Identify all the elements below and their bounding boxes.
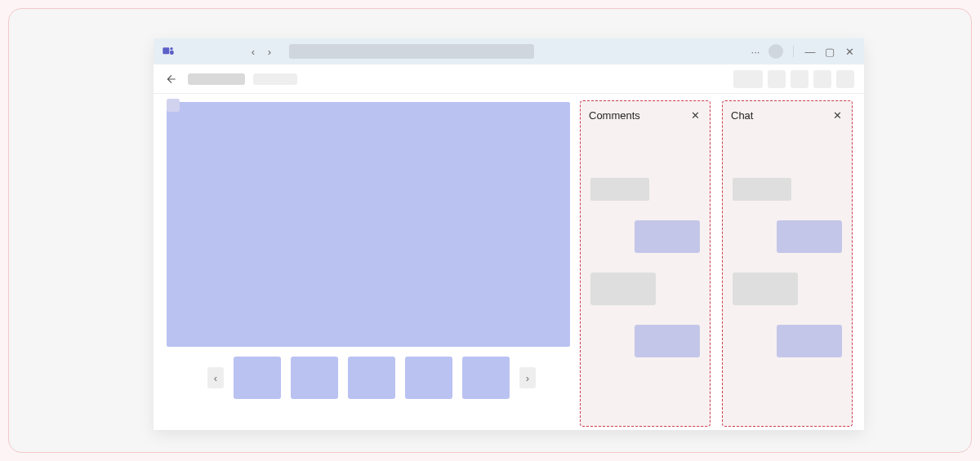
teams-icon — [162, 45, 175, 58]
comment-item — [590, 273, 656, 305]
thumb-next-button[interactable]: › — [519, 367, 536, 388]
comments-header: Comments ✕ — [581, 101, 710, 129]
toolbar-action-2[interactable] — [768, 70, 786, 88]
thumbnail[interactable] — [348, 357, 395, 399]
chat-header: Chat ✕ — [723, 101, 852, 129]
comments-panel: Comments ✕ — [580, 100, 710, 427]
stage-pane: ‹ › — [154, 94, 580, 430]
presenter-avatar — [167, 99, 180, 112]
nav-forward-button[interactable]: › — [263, 45, 276, 58]
more-options-button[interactable]: ··· — [749, 45, 762, 58]
svg-rect-0 — [163, 47, 169, 54]
titlebar: ‹ › ··· — ▢ ✕ — [154, 38, 864, 64]
toolbar-action-5[interactable] — [836, 70, 854, 88]
chat-body — [723, 129, 852, 426]
outer-frame: ‹ › ··· — ▢ ✕ — [8, 8, 972, 453]
svg-point-1 — [170, 47, 172, 50]
chat-message — [777, 325, 842, 357]
nav-arrows: ‹ › — [247, 45, 276, 58]
chat-message — [733, 273, 798, 305]
app-window: ‹ › ··· — ▢ ✕ — [154, 38, 864, 430]
main-stage[interactable] — [167, 102, 570, 347]
thumbnail[interactable] — [291, 357, 338, 399]
content-area: ‹ › Comments ✕ — [154, 94, 864, 430]
comment-item — [590, 178, 649, 201]
thumbnail[interactable] — [462, 357, 510, 399]
comments-title: Comments — [589, 109, 640, 122]
thumb-prev-button[interactable]: ‹ — [207, 367, 224, 388]
window-close-button[interactable]: ✕ — [843, 45, 856, 58]
chat-title: Chat — [731, 109, 753, 122]
divider — [793, 46, 794, 57]
breadcrumb-primary — [188, 73, 245, 85]
comment-item — [635, 325, 700, 357]
breadcrumb-secondary — [253, 73, 297, 85]
comments-body — [581, 129, 710, 426]
chat-message — [777, 220, 842, 253]
chat-panel: Chat ✕ — [722, 100, 853, 427]
thumbnail-strip: ‹ › — [207, 357, 567, 399]
thumbnail[interactable] — [405, 357, 452, 399]
toolbar-action-1[interactable] — [733, 70, 763, 88]
svg-rect-2 — [170, 51, 174, 55]
user-avatar[interactable] — [768, 44, 783, 59]
search-input[interactable] — [289, 44, 534, 59]
comment-item — [635, 220, 700, 253]
thumbnail[interactable] — [234, 357, 281, 399]
toolbar-action-3[interactable] — [791, 70, 808, 88]
window-minimize-button[interactable]: — — [804, 45, 817, 58]
back-button[interactable] — [163, 71, 180, 87]
chat-message — [733, 178, 791, 201]
nav-back-button[interactable]: ‹ — [247, 45, 260, 58]
toolbar-action-4[interactable] — [813, 70, 831, 88]
toolbar — [154, 64, 864, 94]
toolbar-actions — [733, 70, 854, 88]
comments-close-button[interactable]: ✕ — [688, 109, 702, 122]
chat-close-button[interactable]: ✕ — [831, 109, 844, 122]
side-panels: Comments ✕ Chat ✕ — [580, 94, 864, 430]
window-maximize-button[interactable]: ▢ — [823, 45, 836, 58]
